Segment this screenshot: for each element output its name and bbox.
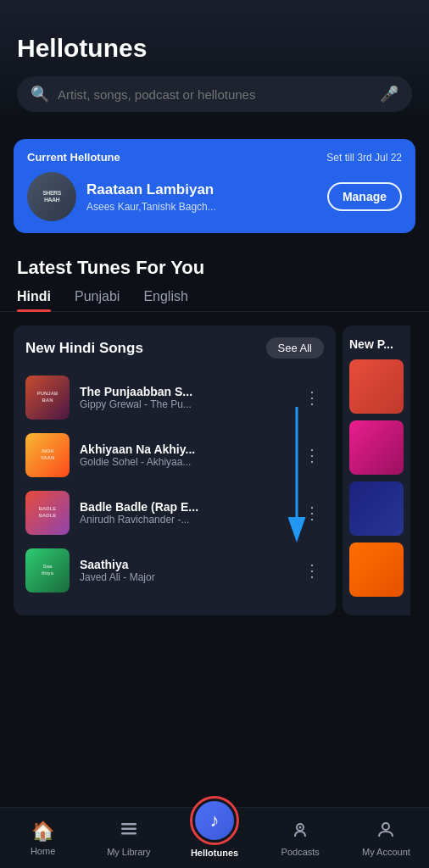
svg-rect-2 xyxy=(121,823,136,826)
song-info: Raataan Lambiyan Asees Kaur,Tanishk Bagc… xyxy=(86,181,317,213)
nav-podcasts[interactable]: Podcasts xyxy=(258,813,343,864)
song-row[interactable]: Saathiya Saathiya Javed Ali - Major ⋮ xyxy=(25,542,324,599)
header: Hellotunes 🔍 🎤 xyxy=(0,0,429,122)
tab-hindi[interactable]: Hindi xyxy=(17,289,51,311)
search-input[interactable] xyxy=(58,87,371,102)
nav-hellotunes-label: Hellotunes xyxy=(191,848,238,858)
bottom-nav: 🏠 Home My Library ♪ Hellotunes Podcasts xyxy=(0,807,429,868)
right-thumb-1 xyxy=(349,359,404,414)
svg-rect-4 xyxy=(121,832,136,835)
song-title-4: Saathiya xyxy=(80,558,290,571)
svg-point-6 xyxy=(299,826,302,828)
svg-rect-3 xyxy=(121,827,136,830)
mic-icon[interactable]: 🎤 xyxy=(380,85,398,103)
nav-hellotunes[interactable]: ♪ Hellotunes xyxy=(171,819,257,858)
song-artist-3: Anirudh Ravichander -... xyxy=(80,514,290,526)
account-icon xyxy=(376,820,395,843)
hellotunes-button[interactable]: ♪ xyxy=(192,798,237,843)
section-title: Latest Tunes For You xyxy=(0,250,429,289)
nav-library-label: My Library xyxy=(107,847,150,857)
album-art: SHERSHAAH xyxy=(27,172,76,221)
nav-library[interactable]: My Library xyxy=(86,813,171,864)
see-all-button[interactable]: See All xyxy=(266,337,324,359)
song-row[interactable]: AKHIYAAN Akhiyaan Na Akhiy... Goldie Soh… xyxy=(25,426,324,484)
song-row-info-2: Akhiyaan Na Akhiy... Goldie Sohel - Akhi… xyxy=(80,442,290,468)
song-artist-2: Goldie Sohel - Akhiyaa... xyxy=(80,456,290,468)
song-row[interactable]: PUNJABBAN The Punjaabban S... Gippy Grew… xyxy=(25,369,324,426)
song-row-info-4: Saathiya Javed Ali - Major xyxy=(80,558,290,583)
more-options-1[interactable]: ⋮ xyxy=(300,384,324,411)
card-date: Set till 3rd Jul 22 xyxy=(326,152,402,164)
card-top-row: Current Hellotune Set till 3rd Jul 22 xyxy=(27,151,402,164)
song-thumb-3: BADLEBADLE xyxy=(25,491,70,535)
app-title: Hellotunes xyxy=(17,34,412,63)
right-thumb-3 xyxy=(349,481,404,536)
more-options-2[interactable]: ⋮ xyxy=(300,442,324,469)
song-title-3: Badle Badle (Rap E... xyxy=(80,500,290,514)
nav-home[interactable]: 🏠 Home xyxy=(0,814,86,863)
nav-account[interactable]: My Account xyxy=(343,813,429,864)
main-content: Hellotunes 🔍 🎤 Current Hellotune Set til… xyxy=(0,0,429,683)
song-thumb-1: PUNJABBAN xyxy=(25,376,70,420)
hellotune-song-title: Raataan Lambiyan xyxy=(86,181,317,198)
songs-card-header: New Hindi Songs See All xyxy=(25,337,324,359)
right-card-title: New P... xyxy=(349,337,404,351)
podcasts-icon xyxy=(291,820,309,843)
more-options-4[interactable]: ⋮ xyxy=(300,557,324,584)
song-row-info-1: The Punjaabban S... Gippy Grewal - The P… xyxy=(80,385,290,410)
song-artist-1: Gippy Grewal - The Pu... xyxy=(80,398,290,410)
home-icon: 🏠 xyxy=(31,821,54,843)
hindi-card-title: New Hindi Songs xyxy=(25,340,143,357)
right-thumb-4 xyxy=(349,542,404,597)
song-row-info-3: Badle Badle (Rap E... Anirudh Ravichande… xyxy=(80,500,290,526)
song-title-1: The Punjaabban S... xyxy=(80,385,290,398)
right-partial-card: New P... xyxy=(343,326,410,615)
library-icon xyxy=(120,820,138,843)
content-row: New Hindi Songs See All PUNJABBAN The Pu… xyxy=(0,312,429,615)
song-row[interactable]: BADLEBADLE Badle Badle (Rap E... Anirudh… xyxy=(25,484,324,542)
song-title-2: Akhiyaan Na Akhiy... xyxy=(80,442,290,456)
search-icon: 🔍 xyxy=(31,85,49,103)
hellotune-card: Current Hellotune Set till 3rd Jul 22 SH… xyxy=(14,139,415,233)
hellotune-song-artist: Asees Kaur,Tanishk Bagch... xyxy=(86,201,317,213)
tab-english[interactable]: English xyxy=(143,289,187,311)
manage-button[interactable]: Manage xyxy=(327,182,402,211)
album-art-inner: SHERSHAAH xyxy=(27,172,76,221)
song-artist-4: Javed Ali - Major xyxy=(80,571,290,583)
tabs-row: Hindi Punjabi English xyxy=(0,289,429,312)
song-thumb-2: AKHIYAAN xyxy=(25,433,70,477)
more-options-3[interactable]: ⋮ xyxy=(300,499,324,526)
svg-point-7 xyxy=(382,823,389,830)
nav-home-label: Home xyxy=(31,846,55,856)
search-bar[interactable]: 🔍 🎤 xyxy=(17,76,412,112)
hindi-songs-card: New Hindi Songs See All PUNJABBAN The Pu… xyxy=(14,326,336,615)
hellotunes-icon: ♪ xyxy=(210,810,220,832)
card-bottom-row: SHERSHAAH Raataan Lambiyan Asees Kaur,Ta… xyxy=(27,172,402,221)
nav-account-label: My Account xyxy=(362,847,410,857)
song-thumb-4: Saathiya xyxy=(25,548,70,593)
right-thumb-2 xyxy=(349,420,404,475)
tab-punjabi[interactable]: Punjabi xyxy=(75,289,120,311)
nav-podcasts-label: Podcasts xyxy=(281,847,320,857)
card-label: Current Hellotune xyxy=(27,151,120,164)
